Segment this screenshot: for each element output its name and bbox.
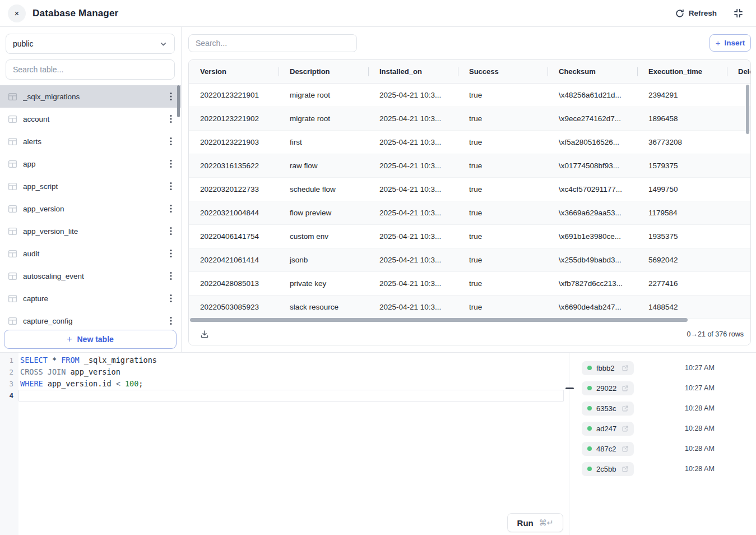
kebab-menu-icon[interactable]	[168, 158, 174, 170]
external-link-icon[interactable]	[622, 465, 629, 473]
table-cell[interactable]: 2025-04-21 10:3...	[368, 162, 458, 170]
rows-search-input[interactable]	[188, 34, 357, 52]
table-cell[interactable]: 20220123221902	[189, 114, 279, 123]
table-cell[interactable]: raw flow	[279, 162, 368, 170]
sidebar-table-item[interactable]: capture_config	[0, 310, 181, 330]
table-cell[interactable]: 2025-04-21 10:3...	[368, 303, 458, 311]
table-cell[interactable]: \x01774508bf93...	[548, 162, 637, 170]
table-row[interactable]: 20220123221901 migrate root 2025-04-21 1…	[189, 84, 750, 107]
column-header[interactable]: Execution_time	[637, 60, 727, 83]
sidebar-table-item[interactable]: capture	[0, 287, 181, 310]
table-cell[interactable]: true	[458, 138, 548, 146]
table-cell[interactable]: migrate root	[279, 91, 368, 99]
history-run-pill[interactable]: ad247	[582, 422, 634, 436]
table-cell[interactable]: flow preview	[279, 209, 368, 217]
table-cell[interactable]: 2025-04-21 10:3...	[368, 185, 458, 193]
editor-line[interactable]: 2 CROSS JOIN app_version	[0, 366, 569, 378]
table-cell[interactable]: jsonb	[279, 256, 368, 264]
table-cell[interactable]: true	[458, 91, 548, 99]
table-cell[interactable]: \x48256a61d21d...	[548, 91, 637, 99]
external-link-icon[interactable]	[622, 365, 629, 372]
table-cell[interactable]: schedule flow	[279, 185, 368, 193]
table-cell[interactable]: \xf5a280516526...	[548, 138, 637, 146]
run-button[interactable]: Run ⌘↵	[507, 513, 563, 532]
schema-select[interactable]: public	[6, 34, 175, 54]
collapse-button[interactable]	[734, 8, 743, 18]
table-search-input[interactable]	[6, 59, 175, 80]
table-cell[interactable]: 2025-04-21 10:3...	[368, 114, 458, 123]
table-cell[interactable]: 20220320122733	[189, 185, 279, 193]
table-cell[interactable]: 1488542	[637, 303, 727, 311]
vertical-scrollbar-thumb[interactable]	[746, 85, 749, 134]
table-cell[interactable]: 2394291	[637, 91, 727, 99]
external-link-icon[interactable]	[622, 445, 629, 453]
table-cell[interactable]: 2025-04-21 10:3...	[368, 138, 458, 146]
external-link-icon[interactable]	[622, 385, 629, 392]
table-cell[interactable]: true	[458, 232, 548, 241]
table-cell[interactable]: \x255db49babd3...	[548, 256, 637, 264]
table-cell[interactable]: 2025-04-21 10:3...	[368, 232, 458, 241]
kebab-menu-icon[interactable]	[168, 270, 174, 282]
history-run-pill[interactable]: 487c2	[582, 442, 634, 456]
sidebar-table-item[interactable]: alerts	[0, 130, 181, 153]
table-cell[interactable]: true	[458, 162, 548, 170]
table-cell[interactable]: \xc4cf570291177...	[548, 185, 637, 193]
column-header[interactable]: Checksum	[548, 60, 637, 83]
history-run-pill[interactable]: 6353c	[582, 402, 634, 416]
table-cell[interactable]: 1935375	[637, 232, 727, 241]
table-cell[interactable]: 20220406141754	[189, 232, 279, 241]
sidebar-table-item[interactable]: account	[0, 108, 181, 130]
table-cell[interactable]: true	[458, 185, 548, 193]
table-row[interactable]: 20220316135622 raw flow 2025-04-21 10:3.…	[189, 154, 750, 178]
kebab-menu-icon[interactable]	[168, 315, 174, 327]
sidebar-scrollbar-thumb[interactable]	[177, 85, 180, 117]
table-cell[interactable]: migrate root	[279, 114, 368, 123]
history-run-pill[interactable]: fbbb2	[582, 361, 634, 375]
sidebar-table-item[interactable]: app_script	[0, 175, 181, 197]
sidebar-table-item[interactable]: app_version_lite	[0, 220, 181, 242]
editor-line[interactable]: 3 WHERE app_version.id < 100;	[0, 378, 569, 390]
sql-editor[interactable]: 1 SELECT * FROM _sqlx_migrations 2 CROSS…	[0, 353, 569, 535]
kebab-menu-icon[interactable]	[168, 113, 174, 125]
table-cell[interactable]: 1179584	[637, 209, 727, 217]
insert-button[interactable]: + Insert	[709, 34, 751, 52]
table-row[interactable]: 20220123221903 first 2025-04-21 10:3... …	[189, 131, 750, 154]
column-header[interactable]: Dele	[727, 60, 750, 83]
table-cell[interactable]: 1499750	[637, 185, 727, 193]
table-row[interactable]: 20220421061414 jsonb 2025-04-21 10:3... …	[189, 248, 750, 272]
history-run-pill[interactable]: 29022	[582, 381, 634, 395]
editor-line[interactable]: 4	[0, 390, 569, 402]
column-header[interactable]: Success	[458, 60, 548, 83]
table-cell[interactable]: custom env	[279, 232, 368, 241]
table-row[interactable]: 20220320122733 schedule flow 2025-04-21 …	[189, 178, 750, 201]
table-cell[interactable]: 2025-04-21 10:3...	[368, 256, 458, 264]
table-row[interactable]: 20220406141754 custom env 2025-04-21 10:…	[189, 225, 750, 248]
history-run-pill[interactable]: 2c5bb	[582, 462, 634, 476]
table-cell[interactable]: 2025-04-21 10:3...	[368, 209, 458, 217]
kebab-menu-icon[interactable]	[168, 247, 174, 260]
sidebar-table-item[interactable]: autoscaling_event	[0, 265, 181, 287]
sidebar-table-item[interactable]: app	[0, 153, 181, 175]
table-cell[interactable]: true	[458, 114, 548, 123]
column-header[interactable]: Description	[279, 60, 368, 83]
table-cell[interactable]: \x6690de4ab247...	[548, 303, 637, 311]
close-button[interactable]: ×	[8, 4, 26, 22]
sidebar-table-item[interactable]: app_version	[0, 197, 181, 220]
table-cell[interactable]: true	[458, 256, 548, 264]
table-cell[interactable]: 20220428085013	[189, 279, 279, 288]
table-cell[interactable]: 20220421061414	[189, 256, 279, 264]
kebab-menu-icon[interactable]	[168, 225, 174, 237]
table-cell[interactable]: \x9ece274162d7...	[548, 114, 637, 123]
new-table-button[interactable]: + New table	[4, 330, 177, 349]
table-row[interactable]: 20220503085923 slack resource 2025-04-21…	[189, 296, 750, 319]
refresh-button[interactable]: Refresh	[675, 9, 717, 18]
external-link-icon[interactable]	[622, 425, 629, 432]
table-cell[interactable]: private key	[279, 279, 368, 288]
table-cell[interactable]: 1896458	[637, 114, 727, 123]
table-cell[interactable]: 5692042	[637, 256, 727, 264]
table-cell[interactable]: \xfb7827d6cc213...	[548, 279, 637, 288]
table-row[interactable]: 20220123221902 migrate root 2025-04-21 1…	[189, 107, 750, 131]
column-header[interactable]: Version	[189, 60, 279, 83]
table-cell[interactable]: 20220503085923	[189, 303, 279, 311]
table-cell[interactable]: \x3669a629aa53...	[548, 209, 637, 217]
